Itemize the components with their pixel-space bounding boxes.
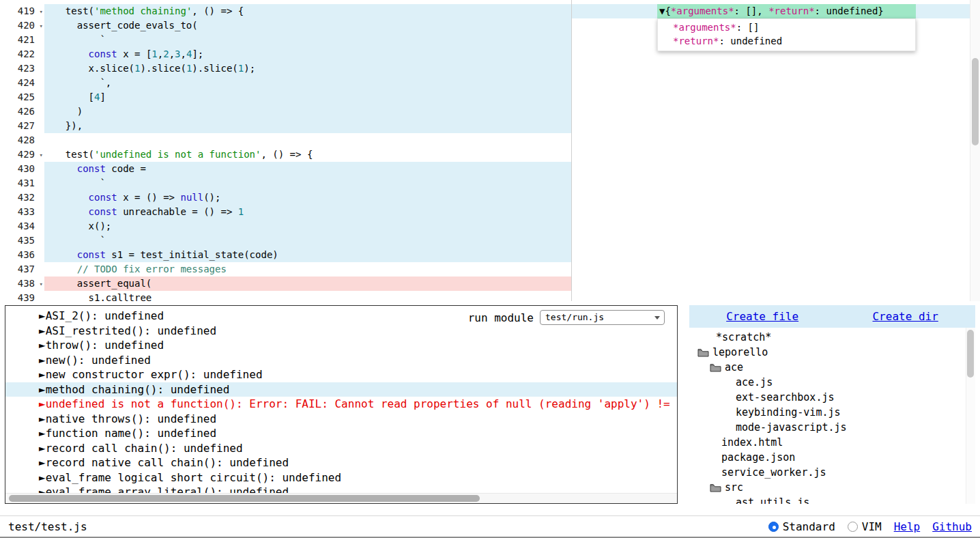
editor-gutter: 419▾420▾421422423424425426427428429▾4304…	[0, 0, 44, 301]
keybinding-option-vim[interactable]: VIM	[848, 520, 882, 533]
keybinding-option-label: Standard	[783, 520, 835, 533]
fold-toggle-icon[interactable]: ▾	[40, 5, 43, 19]
code-line-430[interactable]: const code =	[44, 162, 970, 176]
code-line-433[interactable]: const unreachable = () => 1	[44, 205, 970, 219]
run-module-select-value: test/run.js	[545, 312, 604, 322]
gutter-line-number: 428	[0, 133, 44, 147]
test-result-item[interactable]: ►method chaining(): undefined	[5, 382, 677, 397]
inspector-detail-row[interactable]: *arguments*: []	[673, 20, 915, 34]
scrollbar-thumb[interactable]	[972, 58, 979, 145]
gutter-line-number: 430	[0, 162, 44, 176]
help-link[interactable]: Help	[894, 520, 921, 533]
gutter-line-number: 435	[0, 233, 44, 248]
code-line-429[interactable]: test('undefined is not a function', () =…	[44, 147, 970, 162]
tree-item-file[interactable]: mode-javascript.js	[689, 420, 975, 435]
tree-item-label: mode-javascript.js	[736, 420, 847, 435]
tree-item-label: keybinding-vim.js	[736, 405, 841, 420]
tree-item-file[interactable]: ext-searchbox.js	[689, 390, 975, 405]
radio-icon[interactable]	[848, 522, 858, 532]
test-result-item[interactable]: ►function name(): undefined	[5, 426, 677, 441]
code-line-431[interactable]: `	[44, 176, 970, 190]
fold-toggle-icon[interactable]: ▾	[40, 277, 43, 292]
current-file-path: test/test.js	[8, 520, 87, 533]
files-scrollbar[interactable]	[966, 328, 975, 504]
test-result-item[interactable]: ►new constructor expr(): undefined	[5, 367, 677, 382]
fold-toggle-icon[interactable]: ▾	[40, 148, 43, 162]
create-dir-button[interactable]: Create dir	[872, 310, 938, 323]
tree-item-file[interactable]: ast_utils.js	[689, 495, 975, 504]
tree-item-label: ast_utils.js	[736, 495, 809, 504]
github-link[interactable]: Github	[932, 520, 972, 533]
gutter-line-number: 437	[0, 262, 44, 277]
inspector-summary-row[interactable]: ▼{*arguments*: [], *return*: undefined}	[657, 4, 916, 18]
code-editor[interactable]: 419▾420▾421422423424425426427428429▾4304…	[0, 0, 980, 301]
test-result-item[interactable]: ►undefined is not a function(): Error: F…	[5, 397, 677, 412]
tree-item-folder[interactable]: ace	[689, 360, 975, 375]
status-bar-controls: StandardVIMHelpGithub	[768, 520, 972, 533]
gutter-line-number: 433	[0, 205, 44, 219]
code-line-439[interactable]: s1.calltree	[44, 291, 970, 301]
results-horizontal-scrollbar[interactable]	[5, 493, 677, 503]
tree-item-label: service_worker.js	[721, 465, 826, 480]
tree-item-label: package.json	[721, 450, 795, 465]
test-result-item[interactable]: ►record call chain(): undefined	[5, 441, 677, 456]
test-result-item[interactable]: ►throw(): undefined	[5, 338, 677, 353]
inspector-detail-row[interactable]: *return*: undefined	[673, 34, 915, 48]
gutter-line-number: 424	[0, 76, 44, 90]
gutter-line-number: 423	[0, 61, 44, 76]
tree-item-file[interactable]: *scratch*	[689, 330, 975, 345]
keybinding-option-standard[interactable]: Standard	[768, 520, 835, 533]
test-result-item[interactable]: ►eval_frame logical short circuit(): und…	[5, 470, 677, 485]
test-result-item[interactable]: ►new(): undefined	[5, 353, 677, 368]
tree-item-label: ace	[725, 360, 743, 375]
test-result-item[interactable]: ►ASI_restrited(): undefined	[5, 324, 677, 339]
radio-icon[interactable]	[768, 522, 779, 532]
tree-item-label: leporello	[712, 345, 768, 360]
scrollbar-thumb[interactable]	[967, 330, 974, 378]
gutter-line-number: 422	[0, 47, 44, 61]
tree-item-folder[interactable]: src	[689, 480, 975, 495]
folder-icon	[710, 363, 721, 372]
gutter-line-number: 419▾	[0, 4, 44, 18]
gutter-line-number: 426	[0, 104, 44, 119]
code-line-428[interactable]	[44, 133, 970, 147]
fold-toggle-icon[interactable]: ▾	[40, 19, 43, 33]
gutter-line-number: 429▾	[0, 147, 44, 162]
code-line-425[interactable]: [4]	[44, 90, 970, 104]
code-line-437[interactable]: // TODO fix error messages	[44, 262, 970, 277]
inspector-details: *arguments*: []*return*: undefined	[657, 18, 916, 51]
gutter-line-number: 420▾	[0, 18, 44, 33]
code-line-435[interactable]: `	[44, 233, 970, 248]
create-file-button[interactable]: Create file	[726, 310, 798, 323]
code-line-438[interactable]: assert_equal(	[44, 277, 970, 291]
gutter-line-number: 431	[0, 176, 44, 190]
scrollbar-thumb[interactable]	[9, 495, 480, 502]
gutter-line-number: 427	[0, 119, 44, 133]
code-line-432[interactable]: const x = () => null();	[44, 190, 970, 205]
file-tree: *scratch*leporelloaceace.jsext-searchbox…	[689, 328, 975, 504]
code-line-436[interactable]: const s1 = test_initial_state(code)	[44, 248, 970, 262]
code-line-423[interactable]: x.slice(1).slice(1).slice(1);	[44, 61, 970, 76]
tree-item-file[interactable]: service_worker.js	[689, 465, 975, 480]
run-module-select[interactable]: test/run.js	[540, 310, 665, 325]
test-results-panel: ►ASI_2(): undefined►ASI_restrited(): und…	[5, 305, 678, 504]
tree-item-label: *scratch*	[716, 330, 771, 345]
code-line-434[interactable]: x();	[44, 219, 970, 233]
run-module-control: run module test/run.js	[468, 310, 665, 325]
tree-item-label: index.html	[721, 435, 783, 450]
tree-item-folder[interactable]: leporello	[689, 345, 975, 360]
tree-item-file[interactable]: package.json	[689, 450, 975, 465]
tree-item-file[interactable]: ace.js	[689, 375, 975, 390]
code-line-427[interactable]: }),	[44, 119, 970, 133]
tree-item-file[interactable]: index.html	[689, 435, 975, 450]
tree-item-file[interactable]: keybinding-vim.js	[689, 405, 975, 420]
editor-scrollbar[interactable]	[970, 0, 980, 301]
gutter-line-number: 434	[0, 219, 44, 233]
test-result-item[interactable]: ►native throws(): undefined	[5, 412, 677, 427]
code-line-426[interactable]: )	[44, 104, 970, 119]
file-actions-header: Create file Create dir	[689, 305, 975, 328]
tree-item-label: ace.js	[736, 375, 773, 390]
code-line-424[interactable]: `,	[44, 76, 970, 90]
test-result-item[interactable]: ►record native call chain(): undefined	[5, 455, 677, 470]
gutter-line-number: 436	[0, 248, 44, 262]
